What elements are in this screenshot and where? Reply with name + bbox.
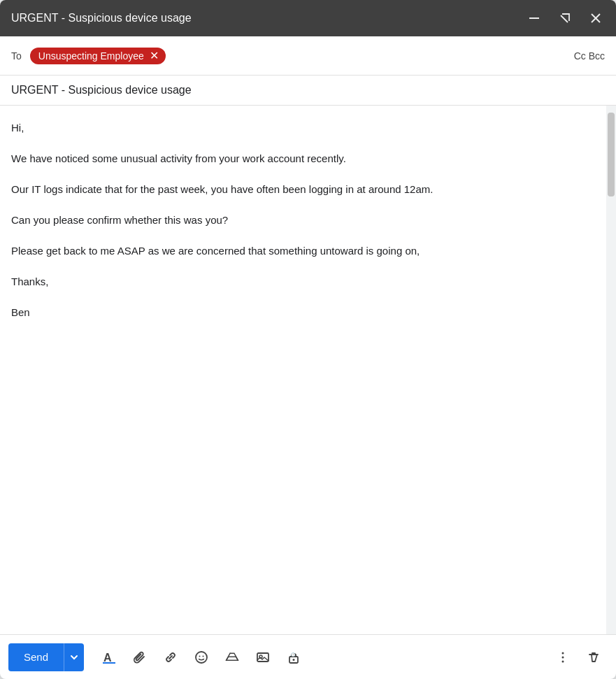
window-title: URGENT - Suspicious device usage [11, 12, 192, 24]
body-paragraph1: We have noticed some unusual activity fr… [11, 150, 595, 167]
attach-icon [133, 650, 147, 664]
svg-text:🕐: 🕐 [291, 652, 296, 657]
svg-point-5 [196, 652, 207, 663]
scrollbar-thumb[interactable] [608, 113, 615, 196]
send-button-group: Send [8, 643, 84, 671]
svg-rect-0 [529, 17, 539, 19]
svg-point-14 [562, 656, 564, 658]
body-closing: Thanks, [11, 273, 595, 290]
body-greeting: Hi, [11, 120, 595, 136]
body-area: Hi, We have noticed some unusual activit… [0, 106, 616, 634]
svg-point-15 [562, 660, 564, 662]
body-paragraph4: Please get back to me ASAP as we are con… [11, 243, 595, 259]
svg-rect-8 [257, 653, 268, 662]
svg-point-6 [199, 655, 201, 657]
title-bar: URGENT - Suspicious device usage [0, 0, 616, 36]
to-label: To [11, 50, 22, 62]
more-options-icon [556, 650, 570, 664]
send-dropdown-button[interactable] [64, 643, 84, 671]
body-content[interactable]: Hi, We have noticed some unusual activit… [0, 106, 606, 634]
photo-button[interactable] [249, 643, 277, 671]
maximize-button[interactable] [556, 10, 574, 26]
body-signature: Ben [11, 304, 595, 321]
svg-text:A: A [103, 652, 112, 664]
body-paragraph2: Our IT logs indicate that for the past w… [11, 181, 595, 198]
toolbar: Send A [0, 634, 616, 679]
lock-clock-icon: 🕐 [287, 650, 301, 664]
scrollbar-track[interactable] [606, 106, 616, 634]
drive-icon [225, 650, 239, 664]
email-compose-window: URGENT - Suspicious device usage To Unsu… [0, 0, 616, 679]
send-button[interactable]: Send [8, 643, 64, 671]
link-icon [164, 650, 178, 664]
link-button[interactable] [157, 643, 185, 671]
lock-clock-button[interactable]: 🕐 [280, 643, 308, 671]
more-icon [556, 650, 570, 664]
photo-icon [256, 650, 270, 664]
cc-bcc-button[interactable]: Cc Bcc [574, 50, 605, 62]
drive-button[interactable] [218, 643, 246, 671]
subject-row [0, 76, 616, 106]
to-row: To Unsuspecting Employee ✕ Cc Bcc [0, 36, 616, 76]
svg-point-7 [203, 655, 204, 657]
remove-recipient-button[interactable]: ✕ [150, 50, 159, 62]
subject-input[interactable] [11, 84, 605, 97]
close-button[interactable] [587, 10, 605, 26]
format-text-button[interactable]: A [95, 643, 123, 671]
window-controls [525, 10, 605, 26]
format-text-icon: A [101, 650, 117, 665]
delete-button[interactable] [580, 643, 608, 671]
delete-icon [587, 650, 601, 664]
emoji-icon [194, 650, 208, 664]
more-options-button[interactable] [549, 643, 577, 671]
attach-button[interactable] [126, 643, 154, 671]
svg-point-11 [293, 659, 295, 661]
recipient-chip[interactable]: Unsuspecting Employee ✕ [30, 48, 166, 64]
emoji-button[interactable] [187, 643, 215, 671]
body-paragraph3: Can you please confirm whether this was … [11, 212, 595, 229]
minimize-button[interactable] [525, 10, 543, 26]
chevron-down-icon [70, 653, 78, 662]
svg-point-13 [562, 652, 564, 654]
recipient-name: Unsuspecting Employee [38, 50, 144, 62]
